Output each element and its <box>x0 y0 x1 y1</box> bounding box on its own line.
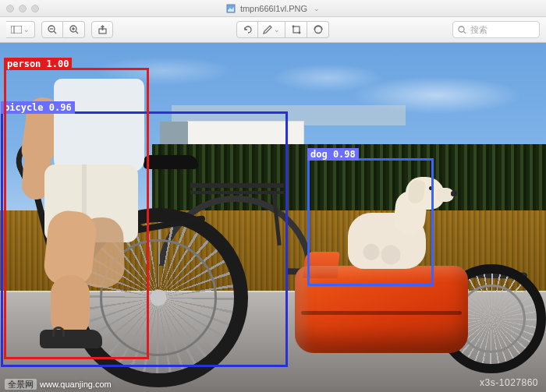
watermark-stock-id: x3s-1027860 <box>480 378 538 387</box>
bbox-person-label: person 1.00 <box>4 58 72 70</box>
zoom-in-button[interactable] <box>63 21 85 38</box>
toolbar: ⌄ ⌄ 搜索 <box>0 17 546 43</box>
search-icon <box>458 26 466 34</box>
watermark-left: 全景网www.quanjing.com <box>5 380 112 389</box>
svg-rect-11 <box>293 26 300 33</box>
svg-line-16 <box>464 31 466 34</box>
zoom-out-button[interactable] <box>41 21 63 38</box>
title-dropdown-icon[interactable]: ⌄ <box>314 5 320 12</box>
edit-button[interactable]: ⌄ <box>258 21 285 38</box>
svg-point-15 <box>459 26 464 32</box>
file-type-icon <box>226 4 236 13</box>
sidebar-toggle-button[interactable]: ⌄ <box>6 21 35 38</box>
svg-line-7 <box>76 31 78 34</box>
chevron-down-icon: ⌄ <box>23 26 30 34</box>
bbox-dog-label: dog 0.98 <box>307 148 359 161</box>
window-title: tmpn666l1vl.PNG ⌄ <box>0 4 546 13</box>
watermark-brand: 全景网 <box>5 379 37 390</box>
svg-line-4 <box>54 31 56 34</box>
svg-rect-1 <box>11 26 22 34</box>
bbox-person: person 1.00 <box>4 68 149 359</box>
markup-button[interactable] <box>307 21 329 38</box>
share-button[interactable] <box>91 21 113 38</box>
view-mode-group: ⌄ <box>6 21 35 38</box>
zoom-group <box>41 21 85 38</box>
svg-point-12 <box>292 26 294 28</box>
search-input[interactable]: 搜索 <box>452 21 540 38</box>
chevron-down-icon: ⌄ <box>274 26 280 34</box>
search-placeholder: 搜索 <box>470 24 488 36</box>
svg-point-13 <box>298 32 300 34</box>
watermark-url: www.quanjing.com <box>40 380 112 389</box>
window-title-text: tmpn666l1vl.PNG <box>240 4 307 13</box>
crop-button[interactable] <box>285 21 307 38</box>
image-viewer[interactable]: bicycle 0.96 person 1.00 dog 0.98 全景网www… <box>0 43 546 392</box>
rotate-button[interactable] <box>236 21 258 38</box>
edit-group: ⌄ <box>236 21 329 38</box>
window-titlebar: tmpn666l1vl.PNG ⌄ <box>0 0 546 17</box>
bbox-dog: dog 0.98 <box>307 158 434 286</box>
